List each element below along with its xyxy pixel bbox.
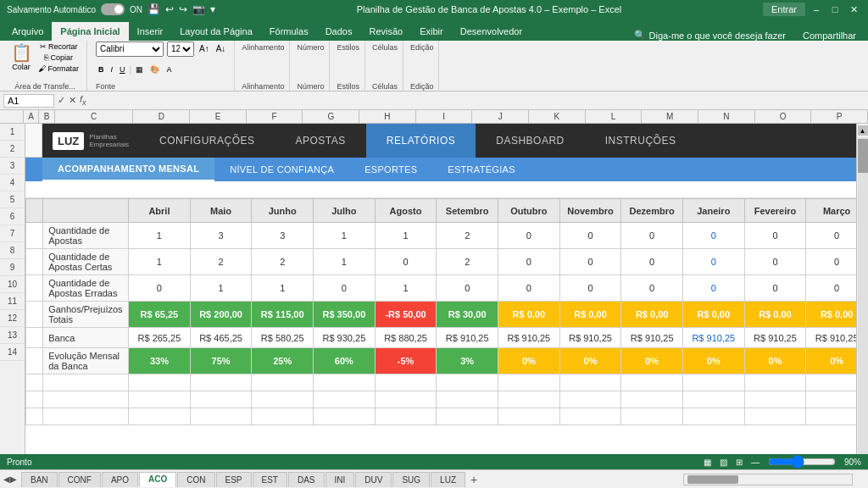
font-select[interactable]: Calibri: [96, 42, 164, 57]
cell-b-marco[interactable]: R$ 910,25: [806, 328, 856, 348]
cell-ev-abril[interactable]: 33%: [129, 348, 191, 374]
cell-gp-maio[interactable]: R$ 200,00: [190, 302, 252, 328]
sheet-tab-ini[interactable]: INI: [326, 472, 355, 487]
cell-qc-setembro[interactable]: 2: [437, 249, 498, 275]
cell-qa-agosto[interactable]: 1: [375, 223, 437, 249]
sheet-tab-conf[interactable]: CONF: [58, 472, 101, 487]
cell-qa-marco[interactable]: 0: [806, 223, 856, 249]
cell-qc-julho[interactable]: 1: [314, 249, 376, 275]
scroll-tabs-left[interactable]: ◀: [3, 474, 10, 484]
cell-qe-agosto[interactable]: 1: [375, 275, 437, 302]
cell-reference[interactable]: A1: [3, 94, 54, 108]
sub-acompanhamento[interactable]: ACOMPANHAMENTO MENSAL: [42, 158, 214, 181]
cell-ev-outubro[interactable]: 0%: [498, 348, 560, 374]
save-icon[interactable]: 💾: [147, 3, 160, 15]
cell-qc-junho[interactable]: 2: [252, 249, 314, 275]
cell-gp-marco[interactable]: R$ 0,00: [806, 302, 856, 328]
cell-qa-dezembro[interactable]: 0: [621, 223, 683, 249]
cell-qe-outubro[interactable]: 0: [498, 275, 560, 302]
cell-gp-junho[interactable]: R$ 115,00: [252, 302, 314, 328]
cell-gp-abril[interactable]: R$ 65,25: [129, 302, 191, 328]
zoom-slider[interactable]: [768, 458, 836, 466]
login-button[interactable]: Entrar: [763, 3, 805, 16]
cell-qe-setembro[interactable]: 0: [437, 275, 498, 302]
bold-button[interactable]: B: [96, 64, 107, 75]
cell-ev-junho[interactable]: 25%: [252, 348, 314, 374]
search-help[interactable]: 🔍 Diga-me o que você deseja fazer: [626, 30, 794, 41]
cell-qa-outubro[interactable]: 0: [498, 223, 560, 249]
cell-ev-dezembro[interactable]: 0%: [621, 348, 683, 374]
font-shrink[interactable]: A↓: [214, 43, 228, 54]
cell-qc-marco[interactable]: 0: [806, 249, 856, 275]
cell-qe-abril[interactable]: 0: [129, 275, 191, 302]
formula-cancel[interactable]: ✕: [69, 95, 76, 106]
cell-qa-fevereiro[interactable]: 0: [744, 223, 806, 249]
vertical-scrollbar[interactable]: ▲ ▼: [856, 124, 868, 488]
sheet-tab-ban[interactable]: BAN: [21, 472, 58, 487]
cell-b-junho[interactable]: R$ 580,25: [252, 328, 314, 348]
cell-qe-fevereiro[interactable]: 0: [744, 275, 806, 302]
undo-icon[interactable]: ↩: [165, 3, 174, 15]
cell-b-agosto[interactable]: R$ 880,25: [375, 328, 437, 348]
tab-layout[interactable]: Layout da Página: [171, 22, 261, 41]
cell-qa-maio[interactable]: 3: [190, 223, 252, 249]
cell-b-outubro[interactable]: R$ 910,25: [498, 328, 560, 348]
cell-qc-janeiro[interactable]: 0: [682, 249, 744, 275]
tab-arquivo[interactable]: Arquivo: [3, 22, 52, 41]
cell-ev-julho[interactable]: 60%: [314, 348, 376, 374]
font-grow[interactable]: A↑: [198, 43, 211, 54]
cell-b-fevereiro[interactable]: R$ 910,25: [744, 328, 806, 348]
cell-qc-dezembro[interactable]: 0: [621, 249, 683, 275]
border-button[interactable]: ▦: [133, 64, 146, 75]
fill-color[interactable]: 🎨: [147, 64, 162, 75]
cell-qc-abril[interactable]: 1: [129, 249, 191, 275]
format-painter[interactable]: 🖌 Formatar: [36, 64, 81, 74]
cell-gp-dezembro[interactable]: R$ 0,00: [621, 302, 683, 328]
sheet-tab-esp[interactable]: ESP: [216, 472, 252, 487]
formula-input[interactable]: [90, 95, 865, 107]
font-color[interactable]: A: [164, 64, 174, 75]
nav-apostas[interactable]: APOSTAS: [275, 124, 365, 158]
tab-formulas[interactable]: Fórmulas: [261, 22, 317, 41]
cell-qe-maio[interactable]: 1: [190, 275, 252, 302]
scroll-up[interactable]: ▲: [858, 125, 868, 136]
sheet-tab-aco[interactable]: ACO: [139, 472, 176, 487]
cell-qa-julho[interactable]: 1: [314, 223, 376, 249]
cell-ev-janeiro[interactable]: 0%: [682, 348, 744, 374]
cell-qc-fevereiro[interactable]: 0: [744, 249, 806, 275]
cell-qe-janeiro[interactable]: 0: [682, 275, 744, 302]
cell-b-janeiro[interactable]: R$ 910,25: [682, 328, 744, 348]
sub-confianca[interactable]: NÍVEL DE CONFIANÇA: [214, 158, 349, 181]
sheet-tab-apo[interactable]: APO: [102, 472, 138, 487]
nav-dashboard[interactable]: DASHBOARD: [476, 124, 585, 158]
cell-ev-maio[interactable]: 75%: [190, 348, 252, 374]
cell-qe-julho[interactable]: 0: [314, 275, 376, 302]
h-scroll-thumb[interactable]: [687, 475, 738, 484]
cell-b-novembro[interactable]: R$ 910,25: [559, 328, 621, 348]
tab-revisao[interactable]: Revisão: [360, 22, 411, 41]
sheet-tab-duv[interactable]: DUV: [355, 472, 392, 487]
cell-qa-janeiro[interactable]: 0: [682, 223, 744, 249]
cell-b-maio[interactable]: R$ 465,25: [190, 328, 252, 348]
sheet-tab-das[interactable]: DAS: [288, 472, 325, 487]
cell-qc-outubro[interactable]: 0: [498, 249, 560, 275]
nav-relatorios[interactable]: RELATÓRIOS: [366, 124, 476, 158]
tab-pagina-inicial[interactable]: Página Inicial: [52, 22, 128, 41]
cell-gp-outubro[interactable]: R$ 0,00: [498, 302, 560, 328]
minimize-button[interactable]: –: [809, 3, 824, 16]
redo-icon[interactable]: ↪: [179, 3, 187, 15]
sheet-tab-luz[interactable]: LUZ: [431, 472, 465, 487]
cut-button[interactable]: ✂ Recortar: [36, 42, 81, 52]
share-button[interactable]: Compartilhar: [794, 30, 865, 41]
cell-qa-setembro[interactable]: 2: [437, 223, 498, 249]
cell-ev-marco[interactable]: 0%: [806, 348, 856, 374]
autosave-toggle[interactable]: [101, 3, 125, 15]
cell-qc-novembro[interactable]: 0: [559, 249, 621, 275]
cell-b-dezembro[interactable]: R$ 910,25: [621, 328, 683, 348]
cell-b-julho[interactable]: R$ 930,25: [314, 328, 376, 348]
formula-check[interactable]: ✓: [58, 95, 65, 106]
view-layout[interactable]: ▨: [720, 458, 727, 467]
nav-instrucoes[interactable]: INSTRUÇÕES: [585, 124, 697, 158]
cell-ev-setembro[interactable]: 3%: [437, 348, 498, 374]
copy-button[interactable]: ⎘ Copiar: [36, 53, 81, 63]
